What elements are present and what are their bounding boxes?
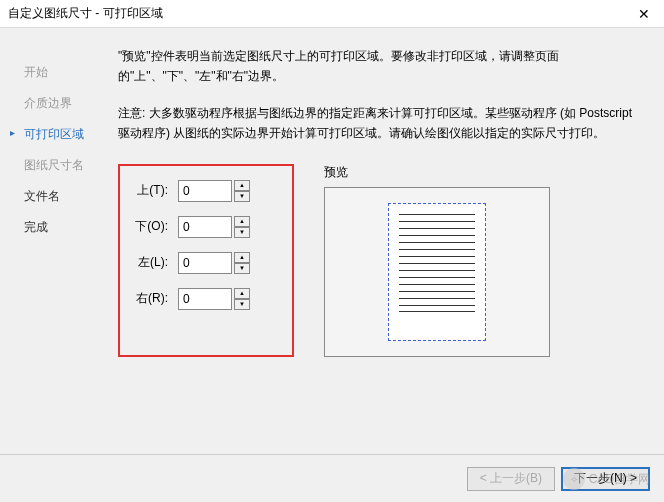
spinner-left: ▲ ▼ — [234, 252, 250, 274]
preview-lines — [399, 214, 475, 330]
lower-row: 上(T): ▲ ▼ 下(O): ▲ ▼ 左(L): — [118, 164, 636, 357]
sidebar-item-file-name[interactable]: 文件名 — [22, 188, 102, 205]
spin-up-top[interactable]: ▲ — [234, 180, 250, 191]
margin-inputs-group: 上(T): ▲ ▼ 下(O): ▲ ▼ 左(L): — [118, 164, 294, 357]
margin-input-left[interactable] — [178, 252, 232, 274]
margin-input-bottom[interactable] — [178, 216, 232, 238]
wizard-sidebar: 开始 介质边界 可打印区域 图纸尺寸名 文件名 完成 — [22, 46, 102, 440]
wizard-footer: < 上一步(B) 下一步(N) > ✧ CAD自学网 — [0, 454, 664, 502]
sidebar-item-finish[interactable]: 完成 — [22, 219, 102, 236]
spinner-top: ▲ ▼ — [234, 180, 250, 202]
sidebar-item-start[interactable]: 开始 — [22, 64, 102, 81]
margin-label-top: 上(T): — [134, 182, 178, 199]
window-title: 自定义图纸尺寸 - 可打印区域 — [8, 5, 163, 22]
spin-down-bottom[interactable]: ▼ — [234, 227, 250, 238]
content-area: 开始 介质边界 可打印区域 图纸尺寸名 文件名 完成 "预览"控件表明当前选定图… — [0, 28, 664, 440]
sidebar-item-paper-size-name[interactable]: 图纸尺寸名 — [22, 157, 102, 174]
preview-page — [388, 203, 486, 341]
close-icon: ✕ — [638, 6, 650, 22]
margin-label-bottom: 下(O): — [134, 218, 178, 235]
titlebar: 自定义图纸尺寸 - 可打印区域 ✕ — [0, 0, 664, 28]
description-preview: "预览"控件表明当前选定图纸尺寸上的可打印区域。要修改非打印区域，请调整页面的"… — [118, 46, 636, 87]
margin-input-top[interactable] — [178, 180, 232, 202]
margin-row-bottom: 下(O): ▲ ▼ — [134, 216, 272, 238]
margin-row-right: 右(R): ▲ ▼ — [134, 288, 272, 310]
margin-label-left: 左(L): — [134, 254, 178, 271]
preview-label: 预览 — [324, 164, 636, 181]
spin-down-left[interactable]: ▼ — [234, 263, 250, 274]
spinner-right: ▲ ▼ — [234, 288, 250, 310]
preview-area: 预览 — [324, 164, 636, 357]
spinner-bottom: ▲ ▼ — [234, 216, 250, 238]
close-button[interactable]: ✕ — [624, 0, 664, 28]
main-panel: "预览"控件表明当前选定图纸尺寸上的可打印区域。要修改非打印区域，请调整页面的"… — [102, 46, 636, 440]
watermark: ✧ CAD自学网 — [563, 468, 650, 490]
watermark-text: CAD自学网 — [589, 471, 650, 488]
wechat-icon: ✧ — [563, 468, 585, 490]
margin-row-left: 左(L): ▲ ▼ — [134, 252, 272, 274]
spin-up-bottom[interactable]: ▲ — [234, 216, 250, 227]
margin-row-top: 上(T): ▲ ▼ — [134, 180, 272, 202]
description-note: 注意: 大多数驱动程序根据与图纸边界的指定距离来计算可打印区域。某些驱动程序 (… — [118, 103, 636, 144]
spin-down-right[interactable]: ▼ — [234, 299, 250, 310]
back-button: < 上一步(B) — [467, 467, 555, 491]
sidebar-item-printable-area[interactable]: 可打印区域 — [22, 126, 102, 143]
sidebar-item-media-bounds[interactable]: 介质边界 — [22, 95, 102, 112]
spin-up-left[interactable]: ▲ — [234, 252, 250, 263]
spin-up-right[interactable]: ▲ — [234, 288, 250, 299]
spin-down-top[interactable]: ▼ — [234, 191, 250, 202]
preview-box — [324, 187, 550, 357]
margin-label-right: 右(R): — [134, 290, 178, 307]
margin-input-right[interactable] — [178, 288, 232, 310]
